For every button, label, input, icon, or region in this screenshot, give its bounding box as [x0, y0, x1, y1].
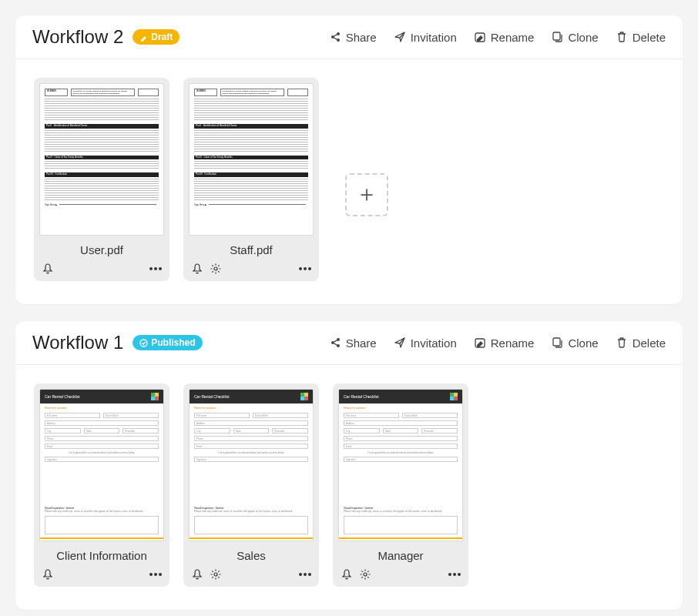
- invitation-button[interactable]: Invitation: [394, 31, 457, 44]
- plus-icon: [359, 187, 374, 203]
- document-card[interactable]: Car Rental Checklist Renter's section Fu…: [333, 383, 468, 587]
- share-button-icon: [329, 336, 341, 349]
- rename-button-label: Rename: [491, 336, 535, 350]
- rename-button-icon: [474, 336, 486, 349]
- status-badge: Published: [133, 335, 202, 350]
- workflow-header: Workflow 2 Draft Share Invitation Rename…: [15, 15, 683, 59]
- document-card[interactable]: Car Rental Checklist Renter's section Fu…: [183, 383, 319, 587]
- pencil-icon: [139, 33, 148, 42]
- doc-thumbnail: W-8BEN Certificate of Foreign Status of …: [40, 84, 163, 211]
- document-name: Client Information: [39, 541, 164, 568]
- delete-button[interactable]: Delete: [616, 336, 666, 350]
- share-button[interactable]: Share: [329, 336, 377, 350]
- delete-button-icon: [616, 31, 628, 43]
- bell-icon[interactable]: [42, 568, 54, 581]
- bell-icon[interactable]: [191, 568, 203, 581]
- status-badge-label: Published: [151, 337, 195, 348]
- workflow-card: Workflow 1 Published Share Invitation Re…: [15, 321, 683, 610]
- rename-button-label: Rename: [491, 31, 535, 44]
- workflow-title: Workflow 1: [32, 332, 123, 353]
- more-icon[interactable]: [149, 573, 162, 576]
- more-icon[interactable]: [299, 267, 311, 270]
- delete-button-label: Delete: [633, 336, 666, 350]
- share-button-icon: [329, 31, 341, 43]
- more-icon[interactable]: [299, 573, 311, 576]
- invitation-button-label: Invitation: [411, 31, 457, 44]
- workflow-title: Workflow 2: [32, 26, 123, 48]
- bell-icon[interactable]: [42, 263, 54, 275]
- doc-thumbnail: Car Rental Checklist Renter's section Fu…: [190, 390, 313, 541]
- bell-icon[interactable]: [191, 263, 203, 275]
- invitation-button-icon: [394, 336, 406, 349]
- delete-button[interactable]: Delete: [616, 31, 666, 44]
- check-circle-icon: [139, 339, 148, 347]
- workflow-card: Workflow 2 Draft Share Invitation Rename…: [15, 15, 683, 304]
- rename-button[interactable]: Rename: [474, 336, 535, 350]
- status-badge-label: Draft: [151, 32, 173, 42]
- share-button-label: Share: [346, 336, 377, 350]
- clone-button-icon: [551, 31, 563, 43]
- more-icon[interactable]: [149, 267, 162, 270]
- doc-thumbnail: Car Rental Checklist Renter's section Fu…: [40, 390, 163, 541]
- document-name: Manager: [338, 541, 463, 568]
- doc-thumbnail: W-8BEN Certificate of Foreign Status of …: [190, 84, 313, 211]
- workflow-actions: Share Invitation Rename Clone Delete: [329, 336, 666, 350]
- clone-button-label: Clone: [568, 336, 598, 350]
- clone-button-icon: [551, 336, 563, 349]
- clone-button-label: Clone: [568, 31, 598, 44]
- invitation-button-label: Invitation: [411, 336, 457, 350]
- invitation-button[interactable]: Invitation: [394, 336, 457, 350]
- more-icon[interactable]: [448, 573, 461, 576]
- document-card[interactable]: Car Rental Checklist Renter's section Fu…: [34, 383, 169, 587]
- rename-button-icon: [474, 31, 486, 43]
- add-document-button[interactable]: [345, 173, 388, 216]
- clone-button[interactable]: Clone: [551, 336, 598, 350]
- workflow-body: W-8BEN Certificate of Foreign Status of …: [15, 59, 683, 304]
- document-name: User.pdf: [39, 236, 164, 263]
- clone-button[interactable]: Clone: [551, 31, 598, 44]
- document-card[interactable]: W-8BEN Certificate of Foreign Status of …: [183, 78, 319, 281]
- rename-button[interactable]: Rename: [474, 31, 535, 44]
- document-card[interactable]: W-8BEN Certificate of Foreign Status of …: [34, 78, 169, 281]
- delete-button-icon: [616, 336, 628, 349]
- invitation-button-icon: [394, 31, 406, 43]
- workflow-body: Car Rental Checklist Renter's section Fu…: [15, 365, 683, 610]
- status-badge: Draft: [133, 29, 180, 45]
- workflow-actions: Share Invitation Rename Clone Delete: [329, 31, 666, 44]
- gear-icon[interactable]: [359, 568, 371, 581]
- gear-icon[interactable]: [210, 568, 222, 581]
- workflow-header: Workflow 1 Published Share Invitation Re…: [15, 321, 683, 365]
- bell-icon[interactable]: [341, 568, 353, 581]
- doc-thumbnail: Car Rental Checklist Renter's section Fu…: [339, 390, 462, 541]
- share-button[interactable]: Share: [329, 31, 377, 44]
- gear-icon[interactable]: [210, 263, 222, 275]
- share-button-label: Share: [346, 31, 377, 44]
- delete-button-label: Delete: [633, 31, 666, 44]
- document-name: Staff.pdf: [189, 236, 314, 263]
- document-name: Sales: [189, 541, 314, 568]
